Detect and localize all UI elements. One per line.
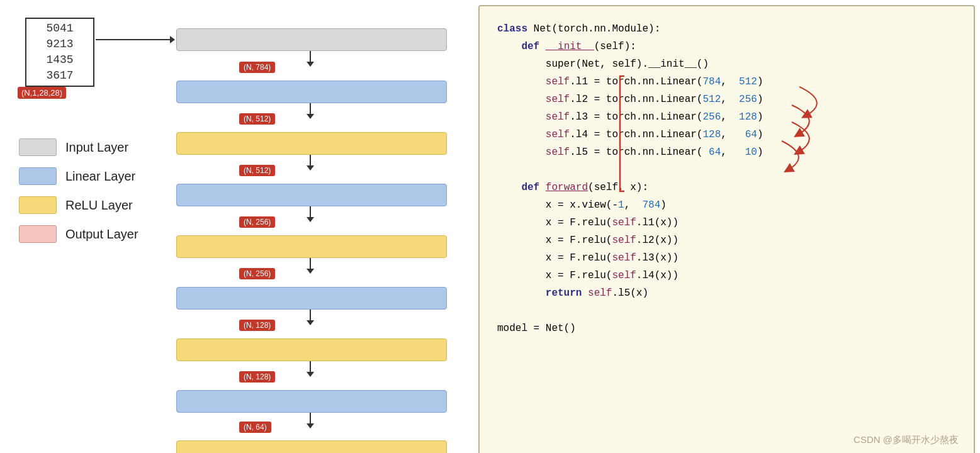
input-arrow <box>96 39 174 40</box>
layer-relu-2 <box>176 235 447 258</box>
code-line-6: self.l3 = torch.nn.Linear(256, 128) <box>497 108 956 126</box>
arrow-0 <box>310 51 311 66</box>
code-line-11: x = F.relu(self.l1(x)) <box>497 214 956 232</box>
nn-diagram: 5041 9213 1435 3617 (N,1,28,28) (N, 784)… <box>6 6 472 453</box>
arrow-1 <box>310 103 311 118</box>
code-line-9: def forward(self, x): <box>497 179 956 196</box>
input-image-text: 5041 9213 1435 3617 <box>46 21 73 84</box>
right-panel: class Net(torch.nn.Module): def __init__… <box>478 5 975 453</box>
layer-linear-4 <box>176 390 447 413</box>
code-line-10: x = x.view(-1, 784) <box>497 196 956 214</box>
badge-784: (N, 784) <box>239 62 275 73</box>
code-line-12: x = F.relu(self.l2(x)) <box>497 232 956 249</box>
code-line-14: x = F.relu(self.l4(x)) <box>497 267 956 284</box>
arrow-3 <box>310 206 311 221</box>
badge-64a: (N, 64) <box>239 422 271 433</box>
code-line-8: self.l5 = torch.nn.Linear( 64, 10) <box>497 143 956 161</box>
input-image: 5041 9213 1435 3617 <box>25 18 94 87</box>
badge-256a: (N, 256) <box>239 216 275 228</box>
left-panel: 5041 9213 1435 3617 (N,1,28,28) (N, 784)… <box>0 0 478 453</box>
legend-box-relu <box>19 196 57 214</box>
legend-box-output <box>19 225 57 243</box>
badge-256b: (N, 256) <box>239 268 275 279</box>
code-line-blank1 <box>497 161 956 179</box>
legend-label-input: Input Layer <box>65 140 128 155</box>
code-line-16: model = Net() <box>497 320 956 337</box>
code-line-3: super(Net, self).__init__() <box>497 55 956 73</box>
legend-input: Input Layer <box>19 138 138 156</box>
arrow-6 <box>310 361 311 376</box>
layer-relu-1 <box>176 132 447 155</box>
legend-output: Output Layer <box>19 225 138 243</box>
input-dim-label: (N,1,28,28) <box>18 87 66 99</box>
legend-linear: Linear Layer <box>19 167 138 185</box>
arrow-7 <box>310 413 311 428</box>
layer-linear-3 <box>176 287 447 310</box>
legend-box-linear <box>19 167 57 185</box>
legend-label-relu: ReLU Layer <box>65 198 133 213</box>
watermark: CSDN @多喝开水少熬夜 <box>853 432 959 448</box>
code-line-blank2 <box>497 302 956 320</box>
code-block: class Net(torch.nn.Module): def __init__… <box>497 20 956 337</box>
layer-relu-3 <box>176 338 447 361</box>
arrow-5 <box>310 310 311 325</box>
layer-linear-2 <box>176 184 447 206</box>
arrow-2 <box>310 155 311 170</box>
badge-512a: (N, 512) <box>239 113 275 125</box>
badge-128b: (N, 128) <box>239 371 275 383</box>
legend-box-input <box>19 138 57 156</box>
layer-input <box>176 28 447 51</box>
arrow-4 <box>310 258 311 273</box>
layer-linear-1 <box>176 81 447 103</box>
code-line-15: return self.l5(x) <box>497 284 956 302</box>
badge-128a: (N, 128) <box>239 320 275 331</box>
legend-label-output: Output Layer <box>65 227 138 242</box>
legend: Input Layer Linear Layer ReLU Layer Outp… <box>19 138 138 243</box>
code-line-1: class Net(torch.nn.Module): <box>497 20 956 38</box>
code-line-13: x = F.relu(self.l3(x)) <box>497 249 956 267</box>
badge-512b: (N, 512) <box>239 165 275 176</box>
code-line-2: def __init__(self): <box>497 38 956 55</box>
code-line-5: self.l2 = torch.nn.Linear(512, 256) <box>497 91 956 108</box>
code-line-4: self.l1 = torch.nn.Linear(784, 512) <box>497 73 956 91</box>
legend-relu: ReLU Layer <box>19 196 138 214</box>
layer-relu-4 <box>176 440 447 453</box>
code-line-7: self.l4 = torch.nn.Linear(128, 64) <box>497 126 956 143</box>
legend-label-linear: Linear Layer <box>65 169 135 184</box>
